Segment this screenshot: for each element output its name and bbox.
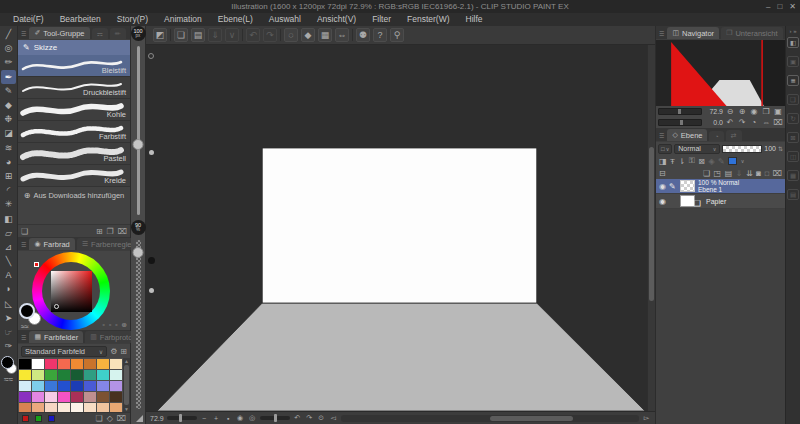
panel-menu-icon[interactable]: ☰ [20,30,27,39]
hue-marker[interactable] [34,262,39,267]
Druckbleistift[interactable]: Druckbleistift [18,77,130,99]
eyedropper-tool[interactable]: ✑ [1,339,16,353]
swatch-add-button[interactable]: ⊞ [120,347,127,356]
visibility-eye-icon[interactable]: ◉ [659,197,666,206]
dock-history[interactable]: ↻ [787,113,799,124]
maximize-button[interactable]: □ [777,0,782,13]
swatch-set-dropdown[interactable]: Standard Farbfeld ∨ [21,346,107,357]
save-dropdown[interactable]: ∨ [225,28,239,42]
color-swatch[interactable] [19,392,31,402]
color-swatch[interactable] [110,392,122,402]
save-file-button[interactable]: ⇓ [208,28,222,42]
slider-thumb[interactable] [680,120,683,125]
fill-tool[interactable]: ◕ [1,155,16,169]
color-swatch[interactable] [71,359,83,369]
menu-item[interactable]: Bearbeiten [52,13,109,26]
menu-item[interactable]: Ebene(L) [210,13,261,26]
menu-item[interactable]: Fenster(W) [399,13,458,26]
zoom-out-button[interactable]: − [200,415,209,422]
help-button[interactable]: ? [373,28,387,42]
Farbstift[interactable]: Farbstift [18,121,130,143]
duplicate-subtool-button[interactable]: ❏ [21,227,28,236]
zoom-in-button[interactable]: + [212,415,221,422]
nav-reset-rotation-button[interactable]: ◔ [749,118,759,128]
zoom-slider[interactable] [167,416,197,420]
eraser-tool[interactable]: ◪ [1,126,16,140]
canvas-artwork[interactable] [146,45,655,411]
nav-actual-size-button[interactable]: ❒ [761,107,771,117]
text-tool[interactable]: A [1,268,16,282]
nav-fullscreen-button[interactable]: ▣ [773,107,783,117]
slider-thumb[interactable] [133,247,144,258]
nav-reset-view-button[interactable]: ⌧ [773,118,783,128]
wheel-option-3[interactable]: ▫ [115,321,117,329]
dock-material-image[interactable]: ▤ [787,189,799,200]
delete-layer-button[interactable]: ⌧ [773,169,782,178]
slider-thumb[interactable] [133,139,144,150]
correct-line-tool[interactable]: ⊿ [1,240,16,254]
fit-to-window-button[interactable]: ◎ [248,414,257,422]
menu-item[interactable]: Datei(F) [5,13,52,26]
color-swatch[interactable] [45,359,57,369]
thumbnail-size-button[interactable]: □ ∨ [658,144,672,154]
menu-item[interactable]: Story(P) [109,13,156,26]
layer-opacity-slider[interactable] [722,145,762,153]
tab-tool-gruppe[interactable]: ✐ Tool-Gruppe [29,27,89,39]
color-swatch[interactable] [32,381,44,391]
layer-row-papier[interactable]: ◉ ❏ Papier [656,194,785,209]
scrollbar-thumb[interactable] [649,147,654,301]
dock-material-color[interactable]: ◫ [787,151,799,162]
tab-ebene[interactable]: ◇ Ebene [667,129,707,141]
delete-subtool-button[interactable]: ⌧ [118,227,127,236]
dock-material-mono[interactable]: ▦ [787,170,799,181]
splitter-handle[interactable] [149,288,154,293]
color-swatch[interactable] [97,359,109,369]
balloon-tool[interactable]: ◗ [1,282,16,296]
add-subtool-button[interactable]: ⊞ [96,227,103,236]
undo-button[interactable]: ↶ [246,28,260,42]
selection-border-button[interactable]: ▦ [318,28,332,42]
sv-cursor[interactable] [54,304,59,309]
expand-dock-icon[interactable]: › » [789,26,796,37]
nav-zoom-out-button[interactable]: ⊖ [725,107,735,117]
Kreide[interactable]: Kreide [18,165,130,187]
color-swatch[interactable] [97,392,109,402]
layer-row-ebene-1[interactable]: ◉ ✎ 100 % Normal Ebene 1 [656,179,785,194]
swatch-scrollbar[interactable]: ▲ ▼ [123,358,130,412]
color-swatch[interactable] [84,381,96,391]
menu-item[interactable]: Auswahl [261,13,309,26]
Bleistift[interactable]: Bleistift [18,55,130,77]
spinner-icon[interactable]: ⇅ [778,145,783,152]
decoration-tool[interactable]: ❉ [1,112,16,126]
pen-tool[interactable]: ✒ [1,70,16,84]
dock-reference[interactable]: ⊠ [787,132,799,143]
layer-history-tab[interactable]: ⇄ [726,130,742,141]
layer-thumbnail[interactable] [680,180,695,192]
color-swatch[interactable] [71,370,83,380]
color-swatch[interactable] [71,392,83,402]
layer-search-tab[interactable]: ◔ [709,131,723,141]
swatch-settings-button[interactable]: ⚙ [110,347,117,356]
selection-dropdown-icon[interactable]: ◈ [708,157,714,166]
transfer-down-button[interactable]: ⇓ [736,169,743,178]
clip-studio-button[interactable]: ◩ [153,28,167,42]
layer-name[interactable]: Papier [706,198,726,205]
airbrush-tool[interactable]: ◆ [1,98,16,112]
color-swatch[interactable] [58,381,70,391]
color-swatch[interactable] [71,381,83,391]
main-color-chip[interactable] [19,303,35,319]
tab-farbfelder[interactable]: ▦ Farbfelder [29,331,83,343]
line-tool[interactable]: ╲ [1,254,16,268]
object-tool[interactable]: ➤ [1,311,16,325]
recent-color-chip[interactable] [22,415,29,422]
wheel-option-1[interactable]: ▫ [103,321,105,329]
close-button[interactable]: ✕ [789,0,796,13]
color-swatch[interactable] [58,370,70,380]
subtool-detail-tab[interactable]: ⚎ [92,28,108,39]
gradient-tool[interactable]: ◧ [1,211,16,225]
slider-thumb[interactable] [274,414,277,422]
color-swatch[interactable] [32,392,44,402]
open-file-button[interactable]: ▤ [191,28,205,42]
swatch-delete-button[interactable]: ⌧ [117,414,126,423]
color-swatch[interactable] [97,381,109,391]
